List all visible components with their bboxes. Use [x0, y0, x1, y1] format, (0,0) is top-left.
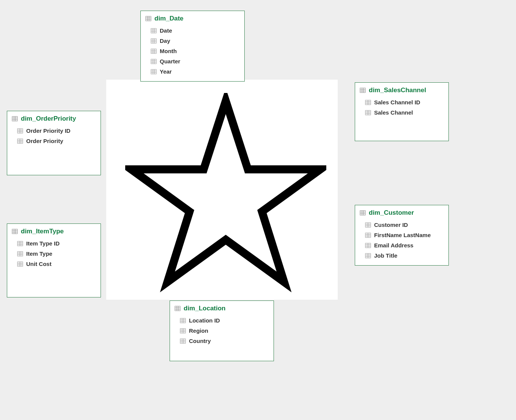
table-title: dim_OrderPriority [21, 115, 76, 123]
svg-rect-36 [17, 129, 23, 133]
svg-rect-21 [151, 59, 156, 64]
column-icon [17, 241, 23, 247]
field-row[interactable]: Sales Channel ID [360, 97, 444, 107]
column-icon [365, 232, 371, 238]
table-icon [175, 305, 181, 311]
field-row[interactable]: Year [145, 66, 240, 77]
svg-rect-76 [365, 110, 371, 115]
svg-rect-116 [180, 329, 186, 333]
svg-rect-96 [365, 243, 371, 248]
svg-rect-56 [17, 252, 23, 256]
column-icon [365, 110, 371, 116]
table-title: dim_Date [154, 15, 184, 22]
svg-rect-26 [151, 69, 156, 74]
field-label: Order Priority ID [26, 127, 71, 134]
svg-rect-86 [365, 223, 371, 227]
column-icon [151, 69, 157, 75]
column-icon [365, 242, 371, 249]
field-label: Email Address [374, 242, 414, 249]
table-dim-order-priority[interactable]: dim_OrderPriority Order Priority ID Orde… [7, 111, 101, 175]
svg-rect-6 [151, 28, 156, 33]
table-icon [145, 16, 151, 22]
star-icon [125, 93, 326, 294]
field-row[interactable]: Item Type ID [12, 238, 96, 249]
svg-rect-11 [151, 39, 156, 43]
field-label: Location ID [189, 317, 220, 324]
field-label: Item Type [26, 250, 52, 257]
field-row[interactable]: Unit Cost [12, 259, 96, 269]
field-row[interactable]: Job Title [360, 250, 444, 261]
field-label: Sales Channel [374, 109, 413, 116]
field-row[interactable]: Country [175, 336, 269, 346]
diagram-canvas: dim_Date Date Day Month Quarter Year dim… [0, 0, 516, 420]
column-icon [180, 318, 186, 324]
field-label: Sales Channel ID [374, 99, 420, 105]
column-icon [151, 38, 157, 44]
field-label: Day [160, 38, 170, 44]
table-title: dim_ItemType [21, 228, 64, 235]
svg-rect-91 [365, 233, 371, 238]
field-label: Date [160, 27, 172, 34]
field-row[interactable]: FirstName LastName [360, 230, 444, 240]
table-title: dim_Customer [369, 209, 414, 217]
field-row[interactable]: Customer ID [360, 220, 444, 230]
table-dim-customer[interactable]: dim_Customer Customer ID FirstName LastN… [355, 205, 449, 266]
field-label: Job Title [374, 252, 397, 259]
table-dim-location[interactable]: dim_Location Location ID Region Country [170, 300, 274, 361]
field-row[interactable]: Sales Channel [360, 107, 444, 118]
field-row[interactable]: Date [145, 25, 240, 36]
field-label: Unit Cost [26, 261, 52, 267]
field-row[interactable]: Day [145, 36, 240, 46]
column-icon [365, 99, 371, 105]
field-row[interactable]: Month [145, 46, 240, 56]
field-label: Month [160, 48, 177, 54]
field-row[interactable]: Quarter [145, 56, 240, 66]
field-label: FirstName LastName [374, 232, 431, 238]
field-row[interactable]: Region [175, 326, 269, 336]
svg-rect-51 [17, 241, 23, 246]
svg-rect-41 [17, 139, 23, 143]
svg-rect-101 [365, 253, 371, 258]
field-label: Year [160, 68, 172, 75]
table-icon [360, 210, 366, 216]
field-row[interactable]: Email Address [360, 240, 444, 250]
column-icon [17, 128, 23, 134]
column-icon [365, 253, 371, 259]
svg-rect-46 [12, 229, 17, 234]
column-icon [17, 251, 23, 257]
table-icon [12, 228, 18, 234]
svg-rect-31 [12, 116, 17, 121]
svg-rect-71 [365, 100, 371, 105]
field-label: Item Type ID [26, 240, 60, 247]
table-title: dim_SalesChannel [369, 87, 426, 94]
svg-rect-61 [17, 262, 23, 266]
table-icon [12, 116, 18, 122]
svg-rect-111 [180, 318, 186, 323]
field-label: Country [189, 338, 211, 344]
svg-rect-16 [151, 49, 156, 53]
column-icon [180, 338, 186, 344]
svg-marker-0 [131, 101, 320, 282]
svg-rect-121 [180, 339, 186, 343]
field-row[interactable]: Location ID [175, 315, 269, 326]
svg-rect-81 [360, 211, 365, 215]
field-row[interactable]: Order Priority [12, 136, 96, 146]
table-dim-date[interactable]: dim_Date Date Day Month Quarter Year [140, 11, 245, 82]
field-label: Customer ID [374, 222, 408, 228]
table-icon [360, 87, 366, 93]
table-title: dim_Location [184, 305, 226, 312]
column-icon [365, 222, 371, 228]
column-icon [151, 48, 157, 54]
column-icon [17, 261, 23, 267]
table-dim-item-type[interactable]: dim_ItemType Item Type ID Item Type Unit… [7, 223, 101, 297]
column-icon [151, 28, 157, 34]
field-label: Quarter [160, 58, 180, 64]
field-row[interactable]: Item Type [12, 249, 96, 259]
svg-rect-106 [175, 306, 180, 311]
svg-rect-66 [360, 88, 365, 93]
table-dim-sales-channel[interactable]: dim_SalesChannel Sales Channel ID Sales … [355, 82, 449, 141]
column-icon [151, 58, 157, 64]
field-label: Order Priority [26, 138, 63, 144]
field-label: Region [189, 327, 208, 334]
field-row[interactable]: Order Priority ID [12, 126, 96, 136]
